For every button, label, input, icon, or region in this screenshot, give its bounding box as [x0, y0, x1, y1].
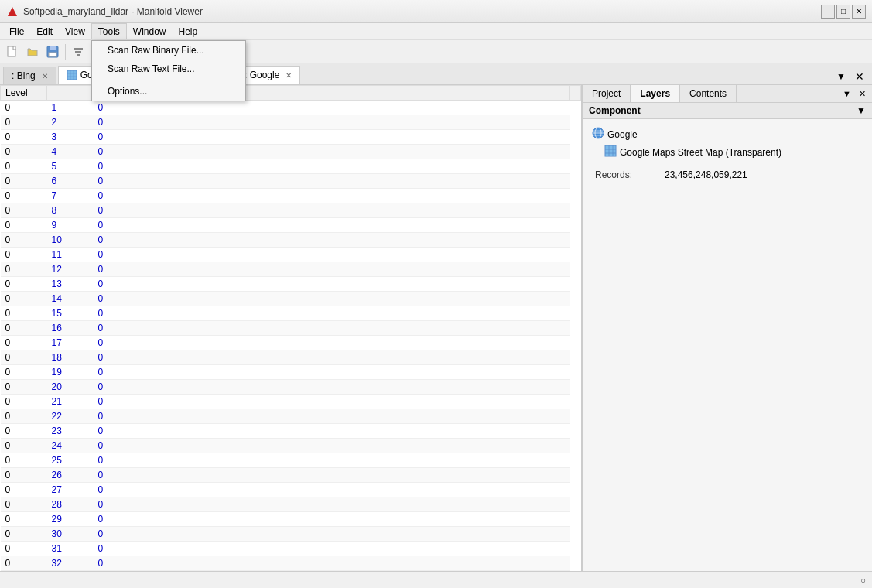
menu-scan-binary[interactable]: Scan Raw Binary File... [92, 41, 245, 60]
cell-num: 21 [47, 395, 94, 409]
table-row: 0 1 0 [1, 101, 581, 115]
cell-num: 5 [47, 159, 94, 174]
table-row: 0 26 0 [1, 468, 581, 483]
cell-level: 0 [1, 350, 47, 365]
right-panel-content: Google Google Maps Street Map (Transpare… [583, 119, 872, 571]
cell-num: 24 [47, 439, 94, 453]
tab-layers[interactable]: Layers [631, 85, 680, 102]
cell-level: 0 [1, 262, 47, 277]
tab-google-close-icon[interactable]: ✕ [286, 71, 292, 80]
tab-bar-controls: ▼ ✕ [832, 69, 869, 84]
cell-data [140, 130, 570, 145]
table-row: 0 24 0 [1, 439, 581, 453]
minimize-button[interactable]: — [821, 5, 835, 19]
menu-options[interactable]: Options... [92, 82, 245, 101]
menu-scan-text[interactable]: Scan Raw Text File... [92, 60, 245, 78]
cell-level: 0 [1, 292, 47, 306]
table-row: 0 4 0 [1, 145, 581, 159]
tree-item-google-maps[interactable]: Google Maps Street Map (Transparent) [589, 143, 866, 161]
right-panel-tab-controls: ▼ ✕ [836, 87, 872, 101]
cell-level: 0 [1, 497, 47, 512]
table-row: 0 10 0 [1, 233, 581, 248]
svg-rect-1 [8, 46, 15, 56]
table-row: 0 5 0 [1, 159, 581, 174]
filter-button[interactable] [69, 43, 87, 61]
cell-level: 0 [1, 321, 47, 336]
google-label: Google [607, 129, 638, 140]
cell-num: 15 [47, 306, 94, 321]
save-button[interactable] [43, 43, 62, 61]
menu-edit[interactable]: Edit [30, 23, 59, 39]
cell-num: 23 [47, 424, 94, 439]
right-panel-tabs: Project Layers Contents ▼ ✕ [583, 85, 872, 103]
cell-level: 0 [1, 424, 47, 439]
cell-num: 29 [47, 512, 94, 527]
cell-num: 30 [47, 527, 94, 542]
table-row: 0 14 0 [1, 292, 581, 306]
table-row: 0 25 0 [1, 453, 581, 468]
google-maps-label: Google Maps Street Map (Transparent) [620, 147, 781, 158]
app-icon [6, 5, 19, 18]
table-row: 0 30 0 [1, 527, 581, 542]
cell-level: 0 [1, 159, 47, 174]
cell-data [140, 145, 570, 159]
cell-data [140, 350, 570, 365]
cell-data [140, 542, 570, 556]
menu-tools[interactable]: Tools [91, 23, 127, 39]
cell-val: 0 [94, 101, 140, 115]
menu-help[interactable]: Help [173, 23, 204, 39]
cell-data [140, 321, 570, 336]
tab-close-all-button[interactable]: ✕ [850, 69, 869, 84]
window-controls: — □ ✕ [821, 5, 866, 19]
cell-data [140, 248, 570, 262]
cell-num: 27 [47, 483, 94, 497]
component-dropdown-icon[interactable]: ▼ [857, 105, 866, 116]
tab-bing-label: : Bing [12, 70, 36, 81]
cell-data [140, 306, 570, 321]
cell-level: 0 [1, 542, 47, 556]
cell-data [140, 218, 570, 233]
cell-num: 22 [47, 409, 94, 424]
right-panel: Project Layers Contents ▼ ✕ Component ▼ … [582, 85, 872, 571]
cell-level: 0 [1, 306, 47, 321]
cell-data [140, 512, 570, 527]
cell-val: 0 [94, 115, 140, 130]
right-panel-dropdown-btn[interactable]: ▼ [840, 89, 854, 99]
cell-data [140, 115, 570, 130]
cell-val: 0 [94, 395, 140, 409]
tab-project[interactable]: Project [583, 85, 631, 102]
open-button[interactable] [23, 43, 42, 61]
cell-level: 0 [1, 365, 47, 380]
tab-bing-close-icon[interactable]: ✕ [42, 72, 48, 80]
cell-val: 0 [94, 542, 140, 556]
tree-item-google[interactable]: Google [589, 125, 866, 143]
new-button[interactable] [3, 43, 22, 61]
cell-val: 0 [94, 189, 140, 203]
cell-val: 0 [94, 145, 140, 159]
menu-file[interactable]: File [3, 23, 30, 39]
maximize-button[interactable]: □ [836, 5, 850, 19]
cell-data [140, 424, 570, 439]
tab-contents[interactable]: Contents [680, 85, 737, 102]
records-value: 23,456,248,059,221 [665, 169, 747, 180]
menu-view[interactable]: View [59, 23, 91, 39]
tab-dropdown-button[interactable]: ▼ [832, 70, 850, 84]
cell-val: 0 [94, 292, 140, 306]
tab-bing[interactable]: : Bing ✕ [3, 67, 56, 84]
cell-data [140, 497, 570, 512]
close-button[interactable]: ✕ [852, 5, 866, 19]
menu-window[interactable]: Window [127, 23, 173, 39]
cell-num: 13 [47, 277, 94, 292]
cell-data [140, 468, 570, 483]
table-scroll[interactable]: Level 0 1 0 0 2 0 0 3 0 [0, 85, 581, 571]
title-bar: Softpedia_maryland_lidar - Manifold View… [0, 0, 872, 23]
right-panel-close-btn[interactable]: ✕ [856, 89, 869, 99]
cell-data [140, 395, 570, 409]
tools-dropdown-menu: Scan Raw Binary File... Scan Raw Text Fi… [91, 40, 246, 101]
cell-data [140, 439, 570, 453]
table-row: 0 31 0 [1, 542, 581, 556]
cell-data [140, 336, 570, 350]
cell-data [140, 571, 570, 572]
cell-level: 0 [1, 409, 47, 424]
window-title: Softpedia_maryland_lidar - Manifold View… [23, 6, 821, 17]
